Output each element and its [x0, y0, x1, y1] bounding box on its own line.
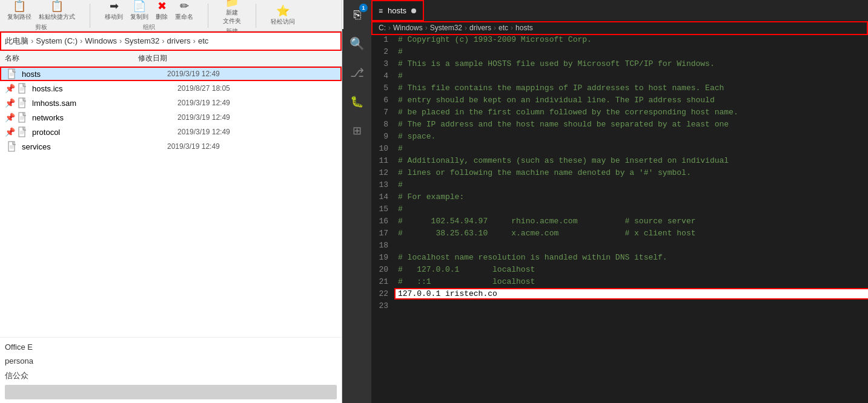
line-content-1: # Copyright (c) 1993-2009 Microsoft Corp…	[396, 35, 868, 44]
line-num-13: 13	[371, 180, 396, 189]
paste-shortcut-button[interactable]: 📋 粘贴快捷方式	[36, 0, 78, 22]
file-date-0: 2019/3/19 12:49	[167, 70, 220, 78]
line-content-3: # This is a sample HOSTS file used by Mi…	[396, 59, 868, 68]
file-icon-3	[18, 112, 28, 123]
editor-breadcrumb: C: › Windows › System32 › drivers › etc …	[371, 21, 868, 35]
line-num-14: 14	[371, 192, 396, 202]
copy-path-label: 复制路径	[7, 13, 31, 21]
file-icon-0	[7, 68, 18, 79]
line-num-17: 17	[371, 229, 396, 238]
file-name-3: networks	[32, 113, 153, 122]
column-headers: 名称 修改日期	[0, 51, 342, 67]
column-date-header[interactable]: 修改日期	[138, 53, 167, 64]
file-item-services[interactable]: services2019/3/19 12:49	[0, 139, 342, 154]
line-content-4: #	[396, 71, 868, 80]
activity-item-git[interactable]: ⎇	[342, 58, 371, 87]
activity-item-search[interactable]: 🔍	[342, 29, 371, 58]
rename-icon: ✏	[180, 1, 189, 11]
toolbar: 📋 复制路径 📋 粘贴快捷方式 剪板 ➡ 移动到 📄 复制到	[0, 0, 342, 31]
paste-icon: 📋	[50, 1, 64, 11]
file-icon-5	[7, 141, 18, 152]
activity-item-extensions[interactable]: ⊞	[342, 116, 371, 145]
file-date-4: 2019/3/19 12:49	[177, 128, 230, 136]
delete-button[interactable]: ✖ 删除	[153, 0, 170, 22]
line-content-8: # The IP address and the host name shoul…	[396, 120, 868, 129]
code-editor[interactable]: 1# Copyright (c) 1993-2009 Microsoft Cor…	[371, 35, 868, 403]
code-line-23: 23	[371, 301, 868, 313]
editor-breadcrumb-part-2[interactable]: System32	[430, 24, 462, 32]
line-content-5: # This file contains the mappings of IP …	[396, 84, 868, 93]
file-item-lmhosts.sam[interactable]: 📌 lmhosts.sam2019/3/19 12:49	[0, 96, 342, 110]
activity-item-debug[interactable]: 🐛	[342, 87, 371, 116]
breadcrumb-part-2[interactable]: Windows	[85, 36, 117, 45]
line-num-1: 1	[371, 35, 396, 44]
partial-item-2[interactable]: 信公众	[0, 368, 342, 384]
file-item-networks[interactable]: 📌 networks2019/3/19 12:49	[0, 110, 342, 125]
line-content-9: # space.	[396, 132, 868, 141]
breadcrumb-part-4[interactable]: drivers	[167, 36, 191, 45]
rename-button[interactable]: ✏ 重命名	[173, 0, 196, 22]
code-line-8: 8# The IP address and the host name shou…	[371, 120, 868, 132]
move-to-button[interactable]: ➡ 移动到	[102, 0, 125, 22]
code-line-3: 3# This is a sample HOSTS file used by M…	[371, 59, 868, 71]
divider-2	[208, 4, 208, 28]
line-num-15: 15	[371, 205, 396, 214]
editor-breadcrumb-part-1[interactable]: Windows	[393, 24, 423, 32]
line-num-2: 2	[371, 47, 396, 56]
partial-item-gray	[5, 385, 337, 399]
breadcrumb-sep-3: ›	[162, 36, 164, 45]
code-line-22: 22127.0.0.1 iristech.co	[371, 289, 868, 301]
extensions-icon: ⊞	[353, 124, 362, 137]
new-folder-button[interactable]: 📁 新建 文件夹	[220, 0, 244, 27]
line-content-11: # Additionally, comments (such as these)…	[396, 156, 868, 165]
line-num-8: 8	[371, 120, 396, 129]
copy-to-button[interactable]: 📄 复制到	[128, 0, 151, 22]
column-name-header[interactable]: 名称	[5, 53, 138, 64]
code-line-17: 17# 38.25.63.10 x.acme.com # x client ho…	[371, 229, 868, 241]
partial-items: Office E persona 信公众	[0, 337, 342, 403]
partial-item-1[interactable]: persona	[0, 354, 342, 368]
code-line-12: 12# lines or following the machine name …	[371, 168, 868, 180]
line-content-20: # 127.0.0.1 localhost	[396, 265, 868, 274]
easy-access-icon: ⭐	[276, 5, 290, 16]
file-item-hosts[interactable]: hosts2019/3/19 12:49	[0, 67, 342, 81]
code-line-2: 2#	[371, 47, 868, 59]
breadcrumb-part-0[interactable]: 此电脑	[5, 36, 28, 47]
activity-bar: ⎘ 1 🔍 ⎇ 🐛 ⊞	[342, 0, 371, 403]
breadcrumb-part-3[interactable]: System32	[124, 36, 159, 45]
toolbar-group-clipboard: 📋 复制路径 📋 粘贴快捷方式 剪板	[5, 0, 78, 31]
editor-breadcrumb-part-3[interactable]: drivers	[469, 24, 491, 32]
line-num-20: 20	[371, 265, 396, 274]
code-line-21: 21# ::1 localhost	[371, 277, 868, 289]
line-num-21: 21	[371, 277, 396, 286]
file-item-protocol[interactable]: 📌 protocol2019/3/19 12:49	[0, 125, 342, 139]
line-num-16: 16	[371, 217, 396, 226]
hosts-tab[interactable]: ≡ hosts	[371, 0, 424, 21]
breadcrumb-part-1[interactable]: System (C:)	[36, 36, 78, 45]
activity-item-files[interactable]: ⎘ 1	[342, 0, 371, 29]
file-explorer-breadcrumb[interactable]: 此电脑 › System (C:) › Windows › System32 ›…	[0, 31, 342, 51]
partial-item-0[interactable]: Office E	[0, 340, 342, 354]
new-folder-icon: 📁	[225, 0, 239, 7]
easy-access-button[interactable]: ⭐ 轻松访问	[268, 4, 297, 27]
rename-label: 重命名	[175, 13, 193, 21]
pin-icon-3: 📌	[5, 113, 15, 122]
hosts-tab-label: hosts	[388, 6, 406, 15]
editor-breadcrumb-part-5[interactable]: hosts	[515, 24, 533, 32]
editor-breadcrumb-sep-4: ›	[511, 24, 513, 32]
file-name-0: hosts	[22, 70, 143, 79]
editor-breadcrumb-part-0[interactable]: C:	[379, 24, 386, 32]
file-item-hosts.ics[interactable]: 📌 hosts.ics2019/8/27 18:05	[0, 81, 342, 96]
debug-icon: 🐛	[350, 95, 363, 108]
code-line-9: 9# space.	[371, 132, 868, 144]
editor-breadcrumb-part-4[interactable]: etc	[499, 24, 508, 32]
file-icon-4	[18, 126, 28, 137]
copy-icon: 📄	[133, 1, 146, 11]
editor-breadcrumb-sep-3: ›	[494, 24, 496, 32]
breadcrumb-sep-2: ›	[119, 36, 122, 45]
code-line-18: 18	[371, 241, 868, 253]
breadcrumb-part-5[interactable]: etc	[198, 36, 208, 45]
line-num-19: 19	[371, 253, 396, 262]
file-date-5: 2019/3/19 12:49	[167, 142, 220, 151]
copy-path-button[interactable]: 📋 复制路径	[5, 0, 34, 22]
